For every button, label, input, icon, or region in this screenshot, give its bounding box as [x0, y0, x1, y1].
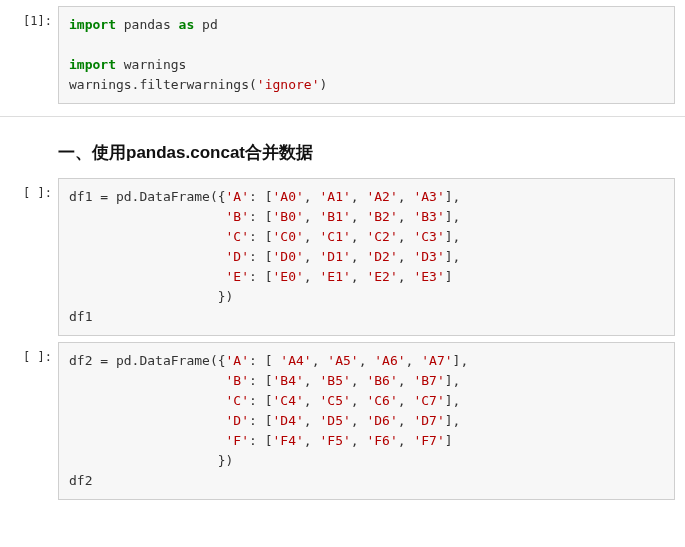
markdown-cell: 一、使用pandas.concat合并数据 [58, 141, 685, 164]
code-cell-2: [ ]: df1 = pd.DataFrame({'A': ['A0', 'A1… [0, 178, 685, 336]
section-heading: 一、使用pandas.concat合并数据 [58, 141, 685, 164]
cell-prompt-1: [1]: [0, 6, 58, 104]
code-input-1[interactable]: import pandas as pd import warnings warn… [58, 6, 675, 104]
code-cell-1: [1]: import pandas as pd import warnings… [0, 6, 685, 104]
code-input-3[interactable]: df2 = pd.DataFrame({'A': [ 'A4', 'A5', '… [58, 342, 675, 500]
string-literal: 'ignore' [257, 77, 320, 92]
code-text: warnings [116, 57, 186, 72]
code-text: ) [319, 77, 327, 92]
code-cell-3: [ ]: df2 = pd.DataFrame({'A': [ 'A4', 'A… [0, 342, 685, 500]
keyword-import: import [69, 57, 116, 72]
keyword-as: as [179, 17, 195, 32]
cell-prompt-2: [ ]: [0, 178, 58, 336]
code-text: pandas [116, 17, 179, 32]
keyword-import: import [69, 17, 116, 32]
code-text: warnings.filterwarnings( [69, 77, 257, 92]
cell-prompt-3: [ ]: [0, 342, 58, 500]
code-text: pd [194, 17, 217, 32]
code-input-2[interactable]: df1 = pd.DataFrame({'A': ['A0', 'A1', 'A… [58, 178, 675, 336]
section-divider [0, 116, 685, 117]
